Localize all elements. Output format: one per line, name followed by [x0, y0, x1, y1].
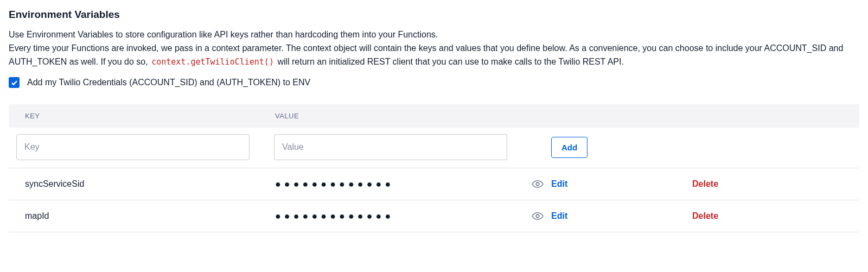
key-input[interactable] [16, 134, 250, 160]
edit-button[interactable]: Edit [551, 179, 567, 189]
description-line1: Use Environment Variables to store confi… [9, 30, 438, 39]
section-heading: Environment Variables [9, 9, 859, 21]
column-header-value: VALUE [266, 112, 524, 120]
svg-point-1 [536, 215, 539, 218]
value-input[interactable] [274, 134, 507, 160]
credentials-checkbox-label[interactable]: Add my Twilio Credentials (ACCOUNT_SID) … [27, 78, 310, 87]
delete-button[interactable]: Delete [692, 179, 718, 189]
credentials-checkbox-row: Add my Twilio Credentials (ACCOUNT_SID) … [9, 77, 859, 88]
table-row: mapId ●●●●●●●●●●●●● Edit Delete [9, 200, 859, 232]
add-button[interactable]: Add [551, 137, 588, 158]
new-var-input-row: Add [9, 128, 859, 168]
column-header-key: KEY [9, 112, 266, 120]
var-key: mapId [9, 211, 266, 221]
var-key: syncServiceSid [9, 179, 266, 189]
table-row: syncServiceSid ●●●●●●●●●●●●● Edit Delete [9, 168, 859, 200]
section-description: Use Environment Variables to store confi… [9, 28, 855, 68]
credentials-checkbox[interactable] [9, 77, 20, 88]
var-value-masked: ●●●●●●●●●●●●● [266, 211, 524, 222]
table-header-row: KEY VALUE [9, 104, 859, 128]
var-value-masked: ●●●●●●●●●●●●● [266, 179, 524, 190]
eye-icon[interactable] [524, 210, 551, 222]
svg-point-0 [536, 183, 539, 186]
delete-button[interactable]: Delete [692, 211, 718, 221]
check-icon [11, 79, 18, 86]
eye-icon[interactable] [524, 178, 551, 190]
inline-code: context.getTwilioClient() [150, 57, 275, 67]
edit-button[interactable]: Edit [551, 211, 567, 221]
description-line2b: will return an initialized REST client t… [277, 57, 624, 66]
env-vars-table: KEY VALUE Add syncServiceSid ●●●●●●●●●●●… [9, 104, 859, 232]
